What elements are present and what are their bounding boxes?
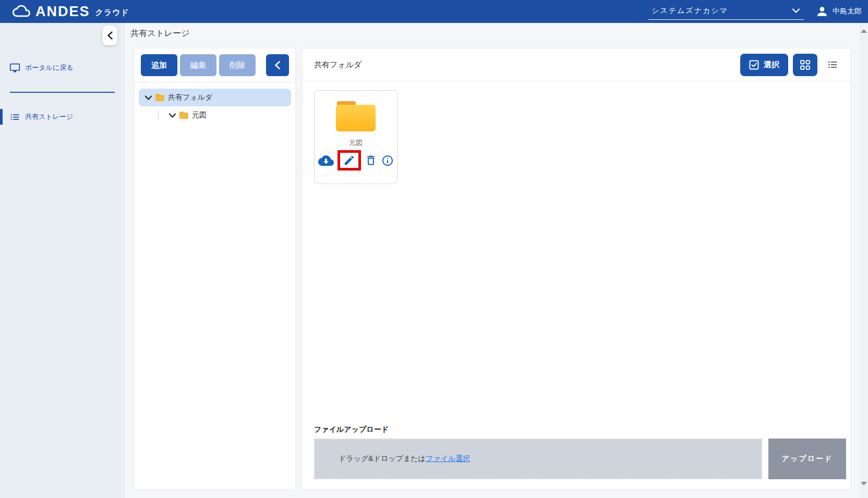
chevron-left-icon xyxy=(107,31,113,40)
user-menu[interactable]: 中島太郎 xyxy=(815,5,862,18)
tree-collapse-button[interactable] xyxy=(266,54,289,76)
scroll-down-arrow-icon[interactable] xyxy=(861,482,867,485)
info-icon xyxy=(381,154,394,167)
checkbox-check-icon xyxy=(749,60,759,70)
tree-node-shared-folder[interactable]: 共有フォルダ xyxy=(139,89,291,106)
chevron-down-icon[interactable] xyxy=(169,113,176,118)
grid-view-icon xyxy=(800,59,811,70)
tree-node-label: 共有フォルダ xyxy=(168,93,212,102)
tree-node-label: 元図 xyxy=(192,111,207,120)
download-button[interactable] xyxy=(316,154,336,167)
tenant-select[interactable]: システムズナカシマ xyxy=(648,4,804,20)
grid-view-button[interactable] xyxy=(793,54,817,76)
scroll-up-arrow-icon[interactable] xyxy=(861,29,867,33)
app-header: ANDES クラウド システムズナカシマ 中島太郎 xyxy=(0,0,868,23)
folder-icon-large[interactable] xyxy=(336,101,376,131)
user-name: 中島太郎 xyxy=(833,7,862,16)
tree-toolbar: 追加 編集 削除 xyxy=(135,48,295,82)
folder-tree-panel: 追加 編集 削除 共有フォルダ 元図 xyxy=(135,48,295,489)
folder-tree: 共有フォルダ 元図 xyxy=(135,82,295,130)
dropzone-text: ドラッグ&ドロップまたは xyxy=(339,454,426,464)
edit-pencil-icon xyxy=(343,154,355,166)
delete-folder-button[interactable] xyxy=(363,154,379,167)
cloud-logo-icon xyxy=(13,4,30,18)
add-button[interactable]: 追加 xyxy=(141,54,177,76)
info-button[interactable] xyxy=(379,154,396,167)
folder-card: 元図 xyxy=(314,90,397,184)
file-select-link[interactable]: ファイル選択 xyxy=(426,454,470,464)
cloud-download-icon xyxy=(318,154,334,167)
brand-suffix: クラウド xyxy=(95,8,129,18)
folder-card-actions xyxy=(316,150,396,171)
file-list-header: 共有フォルダ 選択 xyxy=(303,48,850,81)
current-folder-heading: 共有フォルダ xyxy=(314,60,361,70)
chevron-down-icon[interactable] xyxy=(145,95,152,100)
edit-button[interactable]: 編集 xyxy=(180,54,216,76)
folder-icon xyxy=(155,94,164,101)
sidebar-item-label: 共有ストレージ xyxy=(25,112,73,122)
chevron-down-icon xyxy=(792,8,800,13)
sidebar-collapse-button[interactable] xyxy=(102,26,117,45)
vertical-scrollbar[interactable] xyxy=(859,23,868,498)
list-icon xyxy=(9,112,20,123)
brand-name: ANDES xyxy=(35,5,90,19)
upload-button[interactable]: アップロード xyxy=(768,439,846,479)
delete-button[interactable]: 削除 xyxy=(219,54,256,76)
tree-indent-guide xyxy=(158,111,159,120)
sidebar-item-label: ポータルに戻る xyxy=(25,63,74,72)
file-dropzone[interactable]: ドラッグ&ドロップまたはファイル選択 xyxy=(314,439,762,479)
chevron-left-icon xyxy=(275,61,280,69)
sidebar-divider xyxy=(10,92,115,93)
sidebar-item-portal[interactable]: ポータルに戻る xyxy=(0,57,125,78)
monitor-icon xyxy=(9,63,20,74)
upload-section: ファイルアップロード ドラッグ&ドロップまたはファイル選択 アップロード xyxy=(314,425,846,479)
folder-icon xyxy=(179,112,188,119)
sidebar: ポータルに戻る 共有ストレージ xyxy=(0,23,125,498)
list-view-icon xyxy=(826,58,839,71)
tree-node-genzu[interactable]: 元図 xyxy=(139,106,291,124)
folder-card-name: 元図 xyxy=(349,138,363,148)
user-avatar-icon xyxy=(815,5,829,18)
file-list-panel: 共有フォルダ 選択 元図 xyxy=(303,48,850,489)
select-mode-button[interactable]: 選択 xyxy=(740,54,788,76)
list-view-button[interactable] xyxy=(826,58,839,71)
sidebar-item-shared-storage[interactable]: 共有ストレージ xyxy=(0,106,125,127)
trash-icon xyxy=(365,154,377,167)
tenant-select-value: システムズナカシマ xyxy=(652,6,792,16)
page-title: 共有ストレージ xyxy=(130,28,190,39)
upload-heading: ファイルアップロード xyxy=(314,425,846,434)
select-mode-label: 選択 xyxy=(764,60,779,70)
rename-button[interactable] xyxy=(343,154,355,166)
brand-logo: ANDES クラウド xyxy=(13,4,129,19)
annotation-highlight-box xyxy=(337,150,361,171)
